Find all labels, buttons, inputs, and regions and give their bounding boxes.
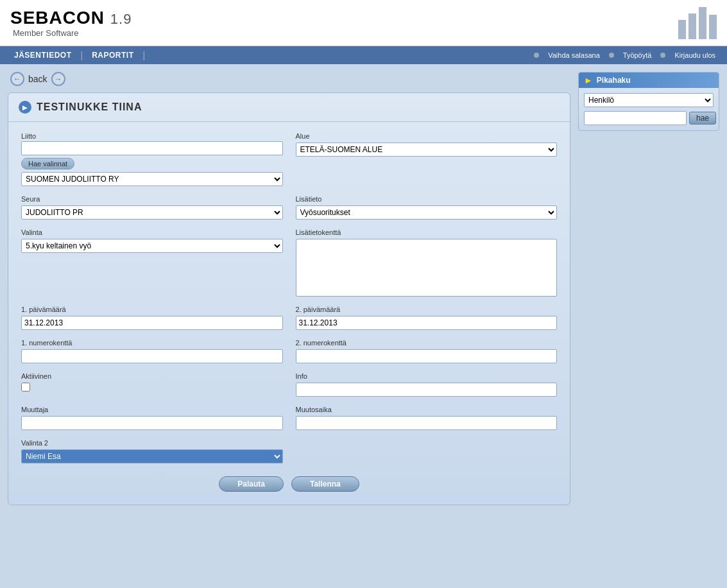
numerokentta1-label: 1. numerokenttä bbox=[21, 339, 283, 347]
palauta-button[interactable]: Palauta bbox=[219, 476, 284, 492]
alue-label: Alue bbox=[296, 132, 558, 140]
valinta-label: Valinta bbox=[21, 229, 283, 236]
header: SEBACON 1.9 Member Software bbox=[0, 0, 727, 46]
logo-name: SEBACON bbox=[10, 8, 105, 28]
paivamaara2-input[interactable] bbox=[296, 316, 558, 330]
paivamaara2-label: 2. päivämäärä bbox=[296, 306, 558, 313]
bullet-1 bbox=[534, 53, 539, 58]
pikahaku-arrow-icon: ► bbox=[584, 75, 593, 85]
bar-4 bbox=[709, 15, 717, 39]
pikahaku-search-row: hae bbox=[584, 111, 714, 125]
hae-valinnat-button[interactable]: Hae valinnat bbox=[21, 158, 74, 169]
pikahaku-search-button[interactable]: hae bbox=[689, 112, 716, 125]
form-body: Liitto Hae valinnat SUOMEN JUDOLIITTO RY… bbox=[8, 132, 570, 492]
bar-2 bbox=[689, 13, 696, 39]
info-label: Info bbox=[296, 372, 558, 380]
seura-label: Seura bbox=[21, 195, 283, 203]
aktiivinen-label: Aktiivinen bbox=[21, 372, 283, 380]
bullet-2 bbox=[609, 53, 614, 58]
col-valinta: Valinta 5.kyu keltainen vyö bbox=[21, 229, 283, 297]
lisatieto-select[interactable]: Vyösuoritukset bbox=[296, 205, 558, 220]
valinta2-label: Valinta 2 bbox=[21, 439, 283, 447]
col-lisatietokentta: Lisätietokenttä bbox=[296, 229, 558, 297]
paivamaara1-label: 1. päivämäärä bbox=[21, 306, 283, 313]
logo-title: SEBACON 1.9 bbox=[10, 8, 132, 28]
row-paivamaarat: 1. päivämäärä 2. päivämäärä bbox=[21, 306, 557, 330]
pikahaku-panel: ► Pikahaku Henkilö Seura Liitto hae bbox=[578, 72, 719, 131]
nav-kirjaudu-ulos[interactable]: Kirjaudu ulos bbox=[668, 46, 722, 64]
back-next-button[interactable]: → bbox=[51, 72, 65, 86]
muutosaika-input[interactable] bbox=[296, 416, 558, 430]
aktiivinen-checkbox[interactable] bbox=[21, 383, 30, 392]
liitto-input[interactable] bbox=[21, 141, 283, 155]
nav-left: JÄSENTIEDOT | RAPORTIT | bbox=[5, 46, 145, 64]
form-card-header: ► TESTINUKKE TIINA bbox=[8, 93, 570, 122]
logo-version: 1.9 bbox=[110, 11, 132, 27]
main-panel: ← back → ► TESTINUKKE TIINA Liitto Hae v… bbox=[8, 72, 570, 505]
form-card-icon: ► bbox=[19, 101, 31, 114]
bar-3 bbox=[699, 7, 706, 39]
col-muuttaja: Muuttaja bbox=[21, 406, 283, 430]
col-empty bbox=[296, 439, 558, 463]
nav-vaihda-salasana[interactable]: Vaihda salasana bbox=[542, 46, 606, 64]
logo-bars bbox=[678, 7, 717, 39]
valinta-select[interactable]: 5.kyu keltainen vyö bbox=[21, 239, 283, 253]
lisatietokentta-label: Lisätietokenttä bbox=[296, 229, 558, 236]
muuttaja-input[interactable] bbox=[21, 416, 283, 430]
pikahaku-title: Pikahaku bbox=[597, 76, 631, 85]
col-lisatieto: Lisätieto Vyösuoritukset bbox=[296, 195, 558, 220]
back-bar: ← back → bbox=[8, 72, 570, 86]
col-seura: Seura JUDOLIITTO PR bbox=[21, 195, 283, 220]
col-paivamaara1: 1. päivämäärä bbox=[21, 306, 283, 330]
nav-divider-2: | bbox=[143, 50, 146, 60]
nav-jasentiedot[interactable]: JÄSENTIEDOT bbox=[5, 46, 81, 64]
nav-raportit[interactable]: RAPORTIT bbox=[83, 46, 142, 64]
row-muuttaja-muutosaika: Muuttaja Muutosaika bbox=[21, 406, 557, 430]
col-paivamaara2: 2. päivämäärä bbox=[296, 306, 558, 330]
col-numerokentta2: 2. numerokenttä bbox=[296, 339, 558, 363]
lisatietokentta-textarea[interactable] bbox=[296, 239, 558, 297]
nav-right: Vaihda salasana Työpöytä Kirjaudu ulos bbox=[534, 46, 722, 64]
col-valinta2: Valinta 2 Niemi Esa bbox=[21, 439, 283, 463]
navbar: JÄSENTIEDOT | RAPORTIT | Vaihda salasana… bbox=[0, 46, 727, 64]
row-seura-lisatieto: Seura JUDOLIITTO PR Lisätieto Vyösuoritu… bbox=[21, 195, 557, 220]
col-info: Info bbox=[296, 372, 558, 397]
back-label: back bbox=[28, 74, 47, 84]
seura-select[interactable]: JUDOLIITTO PR bbox=[21, 205, 283, 220]
liitto-label: Liitto bbox=[21, 132, 283, 140]
row-numerokentat: 1. numerokenttä 2. numerokenttä bbox=[21, 339, 557, 363]
pikahaku-header: ► Pikahaku bbox=[579, 73, 719, 88]
row-aktiivinen-info: Aktiivinen Info bbox=[21, 372, 557, 397]
logo-subtitle: Member Software bbox=[13, 28, 132, 38]
valinta2-select[interactable]: Niemi Esa bbox=[21, 449, 283, 463]
form-title: TESTINUKKE TIINA bbox=[37, 101, 142, 113]
numerokentta1-input[interactable] bbox=[21, 349, 283, 363]
row-valinta-lisatietokentta: Valinta 5.kyu keltainen vyö Lisätietoken… bbox=[21, 229, 557, 297]
info-input[interactable] bbox=[296, 383, 558, 397]
col-numerokentta1: 1. numerokenttä bbox=[21, 339, 283, 363]
pikahaku-body: Henkilö Seura Liitto hae bbox=[579, 88, 719, 130]
row-liitto-alue: Liitto Hae valinnat SUOMEN JUDOLIITTO RY… bbox=[21, 132, 557, 186]
numerokentta2-input[interactable] bbox=[296, 349, 558, 363]
pikahaku-search-input[interactable] bbox=[584, 111, 687, 125]
form-card: ► TESTINUKKE TIINA Liitto Hae valinnat S… bbox=[8, 92, 570, 505]
col-aktiivinen: Aktiivinen bbox=[21, 372, 283, 397]
muuttaja-label: Muuttaja bbox=[21, 406, 283, 413]
nav-tyopoyta[interactable]: Työpöytä bbox=[617, 46, 658, 64]
paivamaara1-input[interactable] bbox=[21, 316, 283, 330]
bar-1 bbox=[678, 20, 686, 39]
muutosaika-label: Muutosaika bbox=[296, 406, 558, 413]
tallenna-button[interactable]: Tallenna bbox=[291, 476, 359, 492]
logo-area: SEBACON 1.9 Member Software bbox=[10, 8, 132, 38]
alue-select[interactable]: ETELÄ-SUOMEN ALUE bbox=[296, 143, 558, 157]
sidebar: ► Pikahaku Henkilö Seura Liitto hae bbox=[578, 72, 719, 505]
form-buttons: Palauta Tallenna bbox=[21, 476, 557, 492]
content-area: ← back → ► TESTINUKKE TIINA Liitto Hae v… bbox=[0, 64, 727, 513]
pikahaku-type-select[interactable]: Henkilö Seura Liitto bbox=[584, 93, 714, 107]
lisatieto-label: Lisätieto bbox=[296, 195, 558, 203]
numerokentta2-label: 2. numerokenttä bbox=[296, 339, 558, 347]
col-liitto: Liitto Hae valinnat SUOMEN JUDOLIITTO RY bbox=[21, 132, 283, 186]
col-alue: Alue ETELÄ-SUOMEN ALUE bbox=[296, 132, 558, 186]
back-prev-button[interactable]: ← bbox=[10, 72, 24, 86]
liitto-select[interactable]: SUOMEN JUDOLIITTO RY bbox=[21, 172, 283, 186]
